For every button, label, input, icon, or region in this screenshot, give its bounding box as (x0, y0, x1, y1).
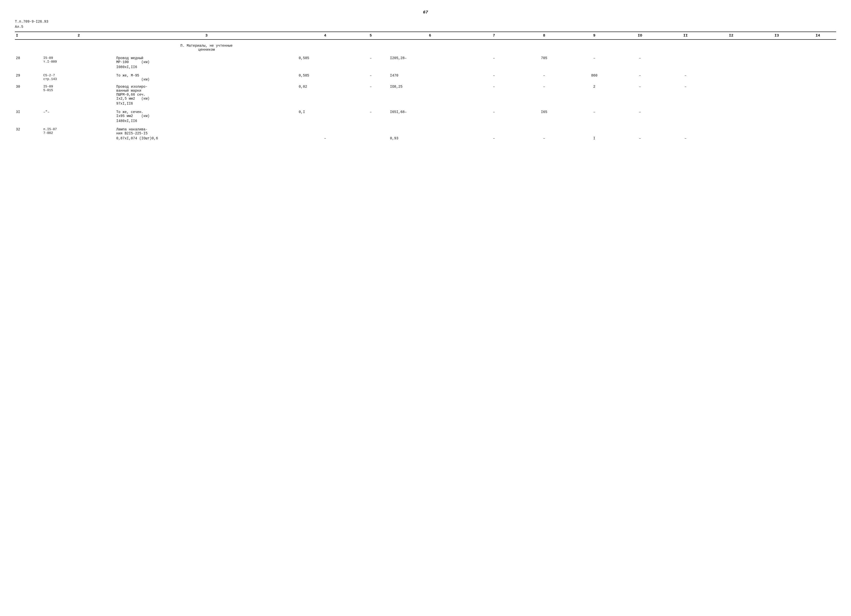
main-table: I 2 3 4 5 6 7 8 9 IO II I2 I3 I4 П. Мате… (15, 32, 836, 142)
col-header-5: 5 (352, 32, 389, 39)
col-header-13: I3 (754, 32, 800, 39)
row32-col7: – (471, 136, 517, 142)
row32-id: 32 (15, 125, 42, 136)
row31-col10: – (617, 108, 663, 119)
row29-id: 29 (15, 71, 42, 82)
section-header-line1: П. Материалы, не учтенные (116, 44, 297, 48)
row28-col2: I5-09 т.I-009 (42, 54, 115, 65)
col-header-7: 7 (471, 32, 517, 39)
row31-col4: 0,I (298, 108, 352, 119)
row30-col2: I5-09 5-015 (42, 82, 115, 101)
row31-id: 3I (15, 108, 42, 119)
col-header-4: 4 (298, 32, 352, 39)
table-row-extra: I080xI,II6 (15, 65, 836, 71)
row30-col5: – (352, 82, 389, 101)
row32-col3: Лампа накалива- ния В2I5-225-I5 (115, 125, 298, 136)
row31-col8: I65 (517, 108, 571, 119)
section-header-line2: ценником (116, 48, 297, 52)
row32-col10: – (617, 136, 663, 142)
row29-col6: I470 (389, 71, 471, 82)
row32-col4: – (298, 136, 352, 142)
table-row: 3I –"– То же, сечен. Iх95 мм2 (км) 0,I –… (15, 108, 836, 119)
doc-ref-line2: Ал.5 (15, 24, 836, 30)
row32-col2: п.I5-07 7-002 (42, 125, 115, 136)
table-header-row: I 2 3 4 5 6 7 8 9 IO II I2 I3 I4 (15, 32, 836, 39)
row30-col4: 0,02 (298, 82, 352, 101)
row28-col9: – (571, 54, 617, 65)
table-row: 32 п.I5-07 7-002 Лампа накалива- ния В2I… (15, 125, 836, 136)
row31-col3: То же, сечен. Iх95 мм2 (км) (115, 108, 298, 119)
row29-col7: – (471, 71, 517, 82)
row29-col9: 860 (571, 71, 617, 82)
row29-col5: – (352, 71, 389, 82)
row31-col7: – (471, 108, 517, 119)
row31-col5: – (352, 108, 389, 119)
row31-col2: –"– (42, 108, 115, 119)
row29-col8: – (517, 71, 571, 82)
row30-col9: 2 (571, 82, 617, 101)
table-row-extra: 0,87xI,074 (IOшт)0,6 – 0,93 – – I – – (15, 136, 836, 142)
table-row-extra: I480xI,II6 (15, 119, 836, 125)
col-header-6: 6 (389, 32, 471, 39)
row30-extra: 97xI,II6 (115, 101, 298, 108)
row31-col9: – (571, 108, 617, 119)
row29-col11: – (663, 71, 708, 82)
col-header-14: I4 (800, 32, 836, 39)
table-row: 28 I5-09 т.I-009 Провод медный МР-100 (к… (15, 54, 836, 65)
col-header-1: I (15, 32, 42, 39)
row30-col7: – (471, 82, 517, 101)
row30-col11: – (663, 82, 708, 101)
row28-col6: I205,28– (389, 54, 471, 65)
col-header-8: 8 (517, 32, 571, 39)
row32-col6: 0,93 (389, 136, 471, 142)
row28-col4: 0,585 (298, 54, 352, 65)
row28-col5: – (352, 54, 389, 65)
row32-col9: I (571, 136, 617, 142)
row28-col7: – (471, 54, 517, 65)
col-header-2: 2 (42, 32, 115, 39)
row28-col8: 705 (517, 54, 571, 65)
row28-col10: – (617, 54, 663, 65)
row30-col6: IO8,25 (389, 82, 471, 101)
row30-id: 30 (15, 82, 42, 101)
row28-id: 28 (15, 54, 42, 65)
table-row: 29 С5-2-7 стр.143 То же, М-95 (км) 0,585… (15, 71, 836, 82)
table-row: 30 I5-09 5-015 Провод изолиро- ванный ма… (15, 82, 836, 101)
col-header-11: II (663, 32, 708, 39)
row29-col3: То же, М-95 (км) (115, 71, 298, 82)
row29-col10: – (617, 71, 663, 82)
row30-col8: – (517, 82, 571, 101)
section-header-row: П. Материалы, не учтенные ценником (15, 39, 836, 54)
row31-col6: I65I,68– (389, 108, 471, 119)
col-header-10: IO (617, 32, 663, 39)
row28-col3: Провод медный МР-100 (км) (115, 54, 298, 65)
col-header-9: 9 (571, 32, 617, 39)
row29-col4: 0,585 (298, 71, 352, 82)
col-header-3: 3 (115, 32, 298, 39)
table-row-extra: 97xI,II6 (15, 101, 836, 108)
row32-col11: – (663, 136, 708, 142)
row32-col8: – (517, 136, 571, 142)
row31-extra: I480xI,II6 (115, 119, 298, 125)
row32-col3-extra: 0,87xI,074 (IOшт)0,6 (115, 136, 298, 142)
page-number: 67 (15, 10, 836, 15)
row30-col10: – (617, 82, 663, 101)
doc-header: Т.п.709-9-I26.93 Ал.5 (15, 19, 836, 30)
col-header-12: I2 (708, 32, 754, 39)
doc-ref-line1: Т.п.709-9-I26.93 (15, 19, 836, 24)
row29-col2: С5-2-7 стр.143 (42, 71, 115, 82)
row28-extra: I080xI,II6 (115, 65, 298, 71)
row30-col3: Провод изолиро- ванный марки ПШРМ-0,66 с… (115, 82, 298, 101)
